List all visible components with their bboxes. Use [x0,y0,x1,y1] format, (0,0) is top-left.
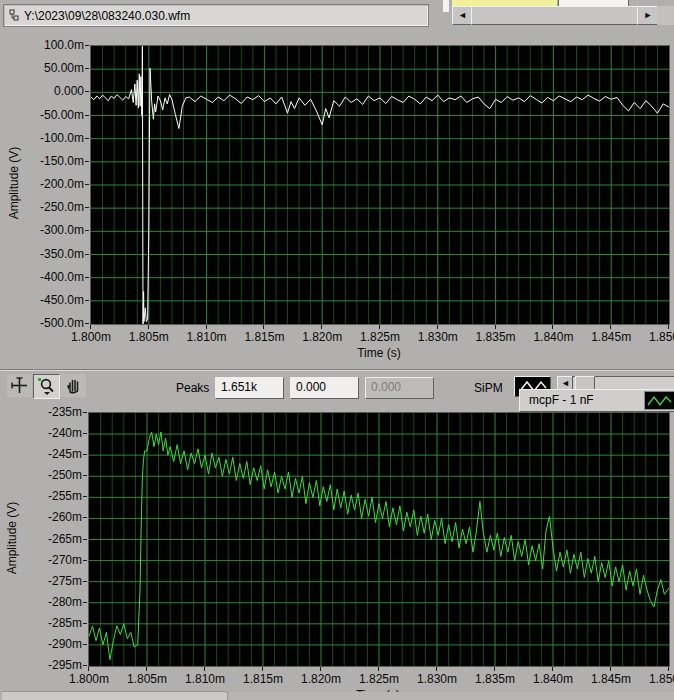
scroll-left-arrow[interactable]: ◄ [452,6,473,25]
x-tick-mark [495,325,496,329]
peaks-count-field[interactable]: 1.651k [215,377,284,399]
y-tick-label: -100.0m [40,131,84,145]
x-tick-label: 1.830m [417,330,459,344]
cursor-tool-button[interactable] [7,374,32,397]
y-tick-label: -400.0m [40,270,84,284]
x-tick-mark [379,325,380,329]
graph-palette [7,374,88,400]
x-tick-label: 1.850m [648,672,674,686]
file-path-text: Y:\2023\09\28\083240.030.wfm [20,9,190,23]
y-tick-label: -260m [48,510,82,524]
legend-mcpf-swatch[interactable] [644,391,674,410]
y-tick-label: -500.0m [40,316,84,330]
x-tick-mark [262,667,263,671]
x-tick-label: 1.845m [590,672,632,686]
y-tick-mark [83,433,87,434]
x-tick-label: 1.820m [300,672,342,686]
legend-mcpf-row: mcpF - 1 nF [519,389,674,412]
y-tick-label: -250.0m [40,200,84,214]
x-tick-label: 1.800m [68,672,110,686]
y-tick-label: -50.00m [40,108,84,122]
y-tick-mark [83,517,87,518]
divider [0,370,674,371]
x-tick-mark [320,667,321,671]
sipm-graph[interactable]: 100.0m50.00m0.000-50.00m-100.0m-150.0m-2… [0,28,674,368]
magnifier-icon [37,377,56,396]
x-tick-mark [148,325,149,329]
x-tick-mark [610,667,611,671]
x-tick-mark [378,667,379,671]
y-tick-label: -290m [48,637,82,651]
x-tick-label: 1.825m [359,330,401,344]
path-icon [8,8,20,23]
x-tick-mark [90,325,91,329]
x-tick-mark [552,667,553,671]
clipped-bottom-panel [2,691,228,700]
y-tick-mark [85,300,89,301]
y-tick-label: -150.0m [40,154,84,168]
x-tick-label: 1.810m [186,330,228,344]
x-tick-label: 1.835m [474,672,516,686]
peaks-label: Peaks [176,381,209,395]
y-tick-label: -285m [48,616,82,630]
y-tick-mark [85,323,89,324]
x-tick-mark [146,667,147,671]
threshold-b-field: 0.000 [365,377,434,399]
waveform-icon [647,395,672,407]
x-tick-label: 1.800m [70,330,112,344]
x-tick-mark [204,667,205,671]
x-tick-label: 1.815m [242,672,284,686]
legend-sipm-label: SiPM [474,381,503,395]
y-tick-mark [85,230,89,231]
y-tick-mark [83,602,87,603]
mcpf-graph[interactable]: -235m-240m-245m-250m-255m-260m-265m-270m… [0,402,674,700]
x-tick-label: 1.805m [128,330,170,344]
y-tick-label: -250m [48,468,82,482]
y-tick-mark [83,539,87,540]
y-tick-mark [85,91,89,92]
y-tick-label: -275m [48,574,82,588]
x-tick-mark [668,325,669,329]
y-tick-mark [83,560,87,561]
plot-area[interactable] [90,45,670,325]
x-axis-title: Time (s) [339,346,419,360]
x-tick-label: 1.850m [648,330,674,344]
x-tick-mark [552,325,553,329]
clipped-cell [443,0,449,12]
x-tick-mark [494,667,495,671]
y-tick-label: -245m [48,447,82,461]
x-tick-label: 1.840m [532,672,574,686]
y-tick-mark [83,581,87,582]
y-tick-label: -300.0m [40,223,84,237]
y-tick-mark [83,665,87,666]
x-tick-mark [437,325,438,329]
waveform-viewer-window: Y:\2023\09\28\083240.030.wfm ◄ ► 100.0m5… [0,0,674,700]
y-tick-mark [85,254,89,255]
legend-mcpf-label: mcpF - 1 nF [529,393,594,407]
file-path-input[interactable]: Y:\2023\09\28\083240.030.wfm [3,4,429,27]
x-tick-mark [610,325,611,329]
zoom-tool-button[interactable] [33,374,60,399]
x-tick-mark [321,325,322,329]
y-tick-label: -270m [48,553,82,567]
x-tick-label: 1.815m [243,330,285,344]
y-tick-mark [85,138,89,139]
pan-tool-button[interactable] [61,374,86,397]
y-tick-label: -350.0m [40,247,84,261]
y-tick-mark [85,68,89,69]
y-axis-title: Amplitude (V) [7,83,21,283]
x-tick-label: 1.810m [184,672,226,686]
y-tick-label: -280m [48,595,82,609]
y-tick-label: -265m [48,532,82,546]
top-scrollbar[interactable]: ◄ ► [452,6,657,25]
plot-area[interactable] [88,412,670,667]
scroll-right-arrow[interactable]: ► [637,6,659,25]
y-tick-label: 0.000 [54,84,84,98]
scroll-thumb[interactable] [471,6,639,25]
x-tick-label: 1.820m [301,330,343,344]
y-tick-mark [85,207,89,208]
threshold-a-field[interactable]: 0.000 [290,377,359,399]
y-tick-label: -200.0m [40,177,84,191]
x-tick-label: 1.825m [358,672,400,686]
x-tick-label: 1.845m [590,330,632,344]
